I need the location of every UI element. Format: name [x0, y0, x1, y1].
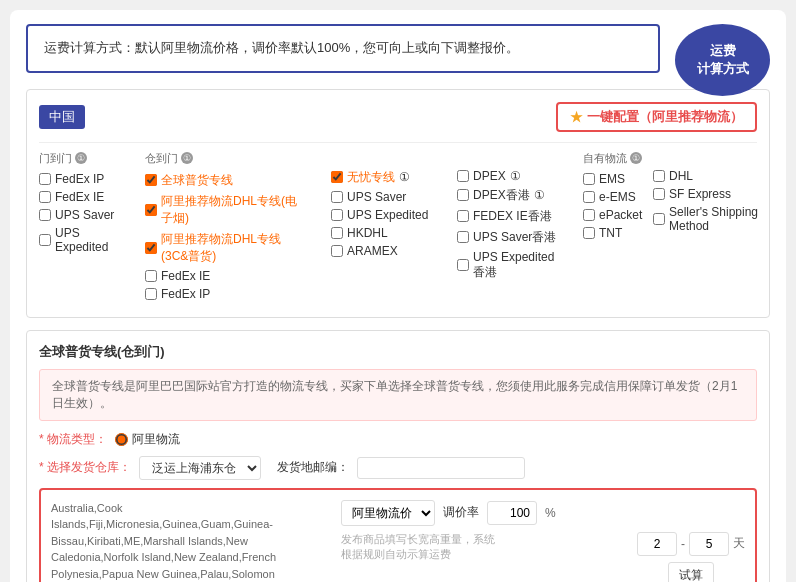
- ali-dhl-3c-checkbox[interactable]: [145, 242, 157, 254]
- ups-expedited-checkbox[interactable]: [39, 234, 51, 246]
- seller-method-label: Seller's Shipping Method: [669, 205, 765, 233]
- ups-saver2-checkbox[interactable]: [331, 191, 343, 203]
- rate-label: 调价率: [443, 504, 479, 521]
- info-box: 运费计算方式：默认阿里物流价格，调价率默认100%，您可向上或向下调整报价。: [26, 24, 660, 73]
- col-to: 仓到门 ① 全球普货专线 阿里推荐物流DHL专线(电子烟) 阿里推荐物流DHL专…: [145, 151, 315, 305]
- one-click-button[interactable]: ★ 一键配置（阿里推荐物流）: [556, 102, 757, 132]
- col-own: 自有物流 ① EMS e-EMS ePacket TNT: [583, 151, 653, 305]
- quanqiu-label: 全球普货专线: [161, 172, 233, 189]
- dpex-checkbox[interactable]: [457, 170, 469, 182]
- wuyou-checkbox[interactable]: [331, 171, 343, 183]
- list-item: FEDEX IE香港: [457, 208, 559, 225]
- fedex-ie-to-checkbox[interactable]: [145, 270, 157, 282]
- wuyou-label: 无忧专线: [347, 169, 395, 186]
- ali-logistics-radio[interactable]: 阿里物流: [115, 431, 180, 448]
- fedex-ie-hk-checkbox[interactable]: [457, 210, 469, 222]
- list-item: FedEx IE: [39, 190, 121, 204]
- quanqiu-checkbox[interactable]: [145, 174, 157, 186]
- fedex-ie-hk-label: FEDEX IE香港: [473, 208, 552, 225]
- warehouse-row: 选择发货仓库： 泛运上海浦东仓 发货地邮编：: [39, 456, 757, 480]
- col-from: 门到门 ① FedEx IP FedEx IE UPS Saver: [39, 151, 129, 305]
- fedex-ip-to-checkbox[interactable]: [145, 288, 157, 300]
- fedex-ip-checkbox[interactable]: [39, 173, 51, 185]
- logistics-type-label: 物流类型：: [39, 431, 107, 448]
- dhl-checkbox[interactable]: [653, 170, 665, 182]
- price-row: 阿里物流价 调价率 %: [341, 500, 745, 526]
- col-to2-title: [331, 151, 433, 163]
- config-header: 中国 ★ 一键配置（阿里推荐物流）: [39, 102, 757, 132]
- col-from-title: 门到门 ①: [39, 151, 121, 166]
- ups-saver-hk-label: UPS Saver香港: [473, 229, 556, 246]
- list-item: DPEX ①: [457, 169, 559, 183]
- list-item: UPS Saver: [39, 208, 121, 222]
- col-to3: DPEX ① DPEX香港 ① FEDEX IE香港 UPS Saver香港: [457, 151, 567, 305]
- price-select[interactable]: 阿里物流价: [341, 500, 435, 526]
- hint-text: 发布商品填写长宽高重量，系统根据规则自动示算运费: [341, 532, 501, 563]
- list-item: e-EMS: [583, 190, 645, 204]
- dpex-hk-info-icon: ①: [534, 188, 545, 202]
- warehouse-select[interactable]: 泛运上海浦东仓: [139, 456, 261, 480]
- ups-saver-label: UPS Saver: [55, 208, 114, 222]
- eems-checkbox[interactable]: [583, 191, 595, 203]
- aramex-checkbox[interactable]: [331, 245, 343, 257]
- ali-dhl-3c-label: 阿里推荐物流DHL专线(3C&普货): [161, 231, 307, 265]
- ali-dhl-elec-checkbox[interactable]: [145, 204, 157, 216]
- list-item: ARAMEX: [331, 244, 433, 258]
- ems-label: EMS: [599, 172, 625, 186]
- logistics-type-row: 物流类型： 阿里物流: [39, 431, 757, 448]
- rate-input[interactable]: [487, 501, 537, 525]
- tnt-checkbox[interactable]: [583, 227, 595, 239]
- dpex-hk-label: DPEX香港: [473, 187, 530, 204]
- dpex-hk-checkbox[interactable]: [457, 189, 469, 201]
- days-row: - 天: [637, 532, 745, 556]
- list-item: UPS Expedited香港: [457, 250, 559, 281]
- list-item: UPS Saver: [331, 190, 433, 204]
- list-item: DHL: [653, 169, 765, 183]
- list-item: ePacket: [583, 208, 645, 222]
- epacket-checkbox[interactable]: [583, 209, 595, 221]
- fedex-ip-to-label: FedEx IP: [161, 287, 210, 301]
- sf-checkbox[interactable]: [653, 188, 665, 200]
- hkdhl-checkbox[interactable]: [331, 227, 343, 239]
- bubble: 运费 计算方式: [675, 24, 770, 96]
- aramex-label: ARAMEX: [347, 244, 398, 258]
- china-tag: 中国: [39, 105, 85, 129]
- fedex-ip-label: FedEx IP: [55, 172, 104, 186]
- star-icon: ★: [570, 109, 583, 125]
- config-box: Australia,Cook Islands,Fiji,Micronesia,G…: [39, 488, 757, 582]
- bubble-text: 运费 计算方式: [697, 42, 749, 78]
- ups-saver-checkbox[interactable]: [39, 209, 51, 221]
- note-box: 全球普货专线是阿里巴巴国际站官方打造的物流专线，买家下单选择全球普货专线，您须使…: [39, 369, 757, 421]
- address-input[interactable]: [357, 457, 525, 479]
- ups-exp-hk-checkbox[interactable]: [457, 259, 469, 271]
- list-item: HKDHL: [331, 226, 433, 240]
- dpex-info-icon: ①: [510, 169, 521, 183]
- fedex-ie-label: FedEx IE: [55, 190, 104, 204]
- col-to2: 无忧专线 ① UPS Saver UPS Expedited HKDHL: [331, 151, 441, 305]
- list-item: UPS Expedited: [39, 226, 121, 254]
- countries-text: Australia,Cook Islands,Fiji,Micronesia,G…: [51, 500, 331, 582]
- col-to-title: 仓到门 ①: [145, 151, 307, 166]
- days-unit: 天: [733, 535, 745, 552]
- list-item: Seller's Shipping Method: [653, 205, 765, 233]
- seller-method-checkbox[interactable]: [653, 213, 665, 225]
- days-separator: -: [681, 537, 685, 551]
- try-button[interactable]: 试算: [668, 562, 714, 582]
- days-to-input[interactable]: [689, 532, 729, 556]
- col-from-info-icon: ①: [75, 152, 87, 164]
- ups-exp2-label: UPS Expedited: [347, 208, 428, 222]
- days-from-input[interactable]: [637, 532, 677, 556]
- ups-exp2-checkbox[interactable]: [331, 209, 343, 221]
- logistics-columns: 门到门 ① FedEx IP FedEx IE UPS Saver: [39, 142, 757, 305]
- tnt-label: TNT: [599, 226, 622, 240]
- epacket-label: ePacket: [599, 208, 642, 222]
- fedex-ie-to-label: FedEx IE: [161, 269, 210, 283]
- col-own-title: 自有物流 ①: [583, 151, 645, 166]
- list-item: UPS Saver香港: [457, 229, 559, 246]
- ems-checkbox[interactable]: [583, 173, 595, 185]
- fedex-ie-checkbox[interactable]: [39, 191, 51, 203]
- ups-saver-hk-checkbox[interactable]: [457, 231, 469, 243]
- list-item: FedEx IP: [39, 172, 121, 186]
- one-click-label: 一键配置（阿里推荐物流）: [587, 108, 743, 126]
- list-item: 无忧专线 ①: [331, 169, 433, 186]
